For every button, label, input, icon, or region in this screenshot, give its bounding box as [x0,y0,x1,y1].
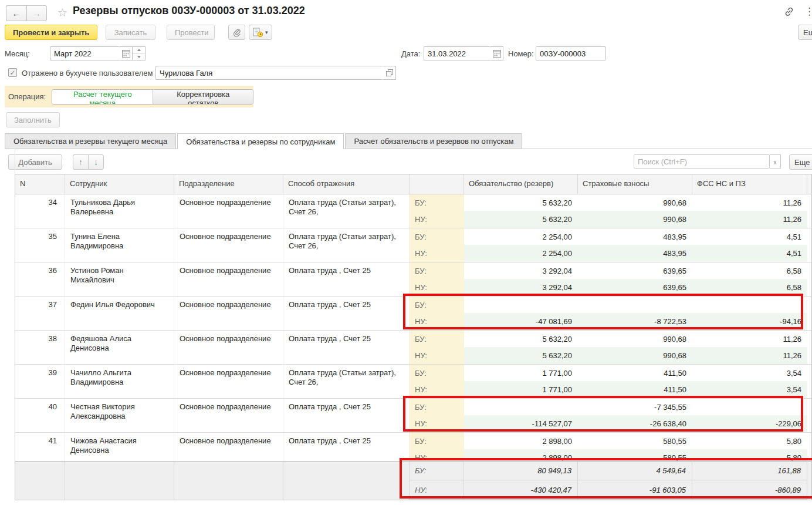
nu-liability-cell[interactable]: 2 254,00 [464,245,578,262]
favorite-star-icon[interactable]: ☆ [57,6,67,19]
nu-fss-cell[interactable]: -94,16 [692,313,807,330]
search-input[interactable] [634,154,770,169]
employee-cell[interactable]: Тульникова Дарья Валерьевна [65,194,174,228]
more-dots-icon[interactable]: ⋮ [804,5,812,18]
column-header-method[interactable]: Способ отражения [283,174,410,194]
employee-cell[interactable]: Устинов Роман Михайлович [65,262,174,296]
method-cell[interactable]: Оплата труда (Статьи затрат), Счет 26, [283,194,410,228]
department-cell[interactable]: Основное подразделение [174,228,283,262]
table-row[interactable]: 37 Федин Илья Федорович Основное подразд… [15,297,811,331]
table-row[interactable]: 35 Тунина Елена Владимировна Основное по… [15,228,811,262]
method-cell[interactable]: Оплата труда , Счет 25 [283,331,410,364]
table-row[interactable]: 36 Устинов Роман Михайлович Основное под… [15,262,811,297]
bu-liability-cell[interactable]: 2 898,00 [464,433,578,449]
reflected-checkbox[interactable]: ✓ [8,68,17,77]
post-and-close-button[interactable]: Провести и закрыть [5,25,97,40]
save-button[interactable]: Записать [106,25,155,40]
nu-fss-cell[interactable]: 11,26 [692,347,807,364]
post-button[interactable]: Провести [167,25,215,40]
table-row[interactable]: 40 Честная Виктория Александровна Основн… [15,399,811,433]
posting-journal-button[interactable]: ▾ [249,25,272,40]
forward-button[interactable]: → [26,5,47,21]
method-cell[interactable]: Оплата труда , Счет 25 [283,399,410,432]
bu-liability-cell[interactable]: 2 254,00 [464,228,578,245]
bu-fss-cell[interactable]: 6,58 [692,262,807,279]
bu-liability-cell[interactable] [464,399,578,415]
column-header-fss[interactable]: ФСС НС и ПЗ [692,174,807,194]
department-cell[interactable]: Основное подразделение [174,297,283,330]
bu-insurance-cell[interactable]: 639,65 [578,262,692,279]
bu-insurance-cell[interactable]: 483,95 [578,228,692,245]
move-down-button[interactable]: ↓ [88,154,104,170]
table-row[interactable]: 34 Тульникова Дарья Валерьевна Основное … [15,194,811,228]
more-button-table[interactable]: Еще [789,154,812,170]
nu-insurance-cell[interactable]: 990,68 [578,211,692,228]
column-header-n[interactable]: N [15,174,65,194]
nu-liability-cell[interactable]: -114 527,07 [464,415,578,432]
department-cell[interactable]: Основное подразделение [174,331,283,364]
department-cell[interactable]: Основное подразделение [174,262,283,296]
employee-cell[interactable]: Чачилло Альгита Владимировна [65,365,174,398]
step-down-button[interactable] [133,54,145,60]
department-cell[interactable]: Основное подразделение [174,365,283,398]
bu-liability-cell[interactable] [464,297,578,313]
nu-fss-cell[interactable]: -229,06 [692,415,807,432]
column-header-department[interactable]: Подразделение [174,174,283,194]
column-header-employee[interactable]: Сотрудник [65,174,174,194]
bu-fss-cell[interactable]: 5,80 [692,433,807,449]
nu-liability-cell[interactable]: 5 632,20 [464,211,578,228]
bu-liability-cell[interactable]: 5 632,20 [464,194,578,211]
employee-cell[interactable]: Федин Илья Федорович [65,297,174,330]
calendar-icon[interactable] [490,46,503,60]
bu-insurance-cell[interactable]: 580,55 [578,433,692,449]
nu-fss-cell[interactable]: 6,58 [692,279,807,296]
column-header-bu-nu[interactable] [410,174,464,194]
department-cell[interactable]: Основное подразделение [174,194,283,228]
nu-insurance-cell[interactable]: 990,68 [578,347,692,364]
method-cell[interactable]: Оплата труда (Статьи затрат), Счет 26, [283,228,410,262]
bu-insurance-cell[interactable]: 411,50 [578,365,692,381]
nu-liability-cell[interactable]: 3 292,04 [464,279,578,296]
nu-fss-cell[interactable]: 4,51 [692,245,807,262]
tab-by-employees[interactable]: Обязательства и резервы по сотрудникам [177,133,344,149]
bu-fss-cell[interactable] [692,297,807,313]
operation-option-current-month[interactable]: Расчет текущего месяца [52,90,153,104]
calendar-icon[interactable] [120,46,133,60]
attachments-button[interactable] [228,25,245,40]
bu-liability-cell[interactable]: 5 632,20 [464,331,578,347]
nu-liability-cell[interactable]: 1 771,00 [464,381,578,398]
nu-insurance-cell[interactable]: -26 638,40 [578,415,692,432]
add-row-button[interactable]: Добавить [8,154,62,170]
nu-liability-cell[interactable]: -47 081,69 [464,313,578,330]
nu-fss-cell[interactable]: 3,54 [692,381,807,398]
move-up-button[interactable]: ↑ [73,154,88,170]
bu-liability-cell[interactable]: 3 292,04 [464,262,578,279]
date-input[interactable] [424,46,490,60]
link-icon[interactable] [783,6,795,18]
search-clear-button[interactable]: x [770,154,781,169]
open-icon[interactable] [383,66,396,80]
nu-insurance-cell[interactable]: 411,50 [578,381,692,398]
number-input[interactable] [536,46,606,60]
step-up-button[interactable] [133,47,145,54]
bu-fss-cell[interactable]: 11,26 [692,331,807,347]
more-button-top[interactable]: Еще [798,25,812,40]
bu-liability-cell[interactable]: 1 771,00 [464,365,578,381]
bu-fss-cell[interactable] [692,399,807,415]
method-cell[interactable]: Оплата труда (Статьи затрат), Счет 26, [283,365,410,398]
operation-option-balance-correction[interactable]: Корректировка остатков [153,90,253,104]
bu-fss-cell[interactable]: 11,26 [692,194,807,211]
employee-cell[interactable]: Федяшова Алиса Денисовна [65,331,174,364]
bu-fss-cell[interactable]: 4,51 [692,228,807,245]
back-button[interactable]: ← [6,5,26,21]
user-input[interactable] [155,66,383,80]
nu-fss-cell[interactable]: 11,26 [692,211,807,228]
nu-insurance-cell[interactable]: -8 722,53 [578,313,692,330]
bu-insurance-cell[interactable]: 990,68 [578,194,692,211]
month-input[interactable] [50,46,120,60]
tab-vacation-calculation[interactable]: Расчет обязательств и резервов по отпуск… [345,133,522,149]
column-header-insurance[interactable]: Страховые взносы [578,174,692,194]
bu-insurance-cell[interactable]: -7 345,55 [578,399,692,415]
nu-insurance-cell[interactable]: 639,65 [578,279,692,296]
column-header-liability[interactable]: Обязательство (резерв) [464,174,578,194]
